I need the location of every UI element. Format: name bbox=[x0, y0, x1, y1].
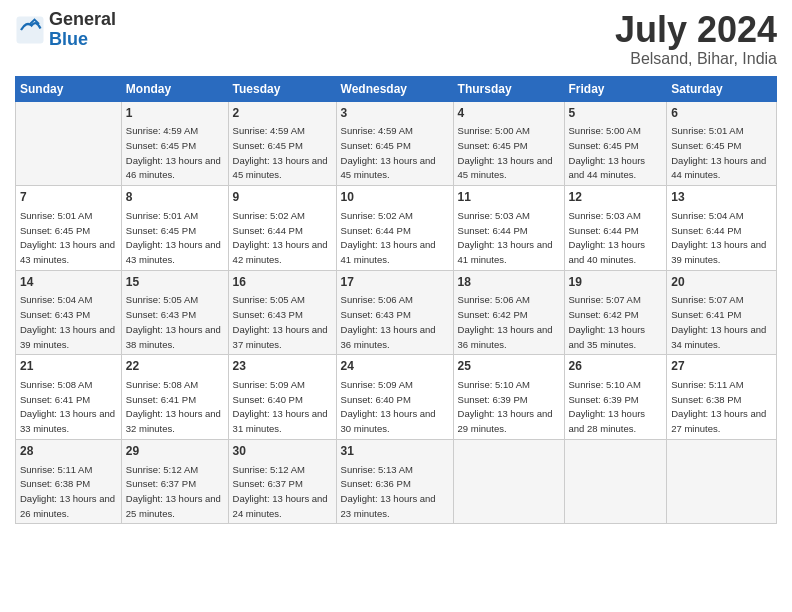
day-number: 9 bbox=[233, 189, 332, 206]
logo-blue: Blue bbox=[49, 30, 116, 50]
cell-w2-d2: 9 Sunrise: 5:02 AM Sunset: 6:44 PM Dayli… bbox=[228, 186, 336, 271]
day-number: 29 bbox=[126, 443, 224, 460]
sunrise: Sunrise: 5:02 AM bbox=[341, 210, 413, 221]
daylight: Daylight: 13 hours and 43 minutes. bbox=[20, 239, 115, 265]
col-thursday: Thursday bbox=[453, 76, 564, 101]
cell-w1-d4: 4 Sunrise: 5:00 AM Sunset: 6:45 PM Dayli… bbox=[453, 101, 564, 186]
cell-w4-d6: 27 Sunrise: 5:11 AM Sunset: 6:38 PM Dayl… bbox=[667, 355, 777, 440]
sunrise: Sunrise: 5:01 AM bbox=[671, 125, 743, 136]
cell-w4-d2: 23 Sunrise: 5:09 AM Sunset: 6:40 PM Dayl… bbox=[228, 355, 336, 440]
daylight: Daylight: 13 hours and 36 minutes. bbox=[458, 324, 553, 350]
sunset: Sunset: 6:38 PM bbox=[20, 478, 90, 489]
sunset: Sunset: 6:39 PM bbox=[458, 394, 528, 405]
cell-w1-d2: 2 Sunrise: 4:59 AM Sunset: 6:45 PM Dayli… bbox=[228, 101, 336, 186]
col-tuesday: Tuesday bbox=[228, 76, 336, 101]
day-number: 4 bbox=[458, 105, 560, 122]
daylight: Daylight: 13 hours and 30 minutes. bbox=[341, 408, 436, 434]
sunrise: Sunrise: 5:10 AM bbox=[569, 379, 641, 390]
week-row-4: 21 Sunrise: 5:08 AM Sunset: 6:41 PM Dayl… bbox=[16, 355, 777, 440]
day-number: 15 bbox=[126, 274, 224, 291]
sunrise: Sunrise: 5:08 AM bbox=[20, 379, 92, 390]
logo-icon bbox=[15, 15, 45, 45]
day-number: 24 bbox=[341, 358, 449, 375]
week-row-2: 7 Sunrise: 5:01 AM Sunset: 6:45 PM Dayli… bbox=[16, 186, 777, 271]
sunset: Sunset: 6:44 PM bbox=[341, 225, 411, 236]
day-number: 7 bbox=[20, 189, 117, 206]
sunset: Sunset: 6:37 PM bbox=[233, 478, 303, 489]
daylight: Daylight: 13 hours and 39 minutes. bbox=[671, 239, 766, 265]
daylight: Daylight: 13 hours and 41 minutes. bbox=[458, 239, 553, 265]
sunrise: Sunrise: 5:08 AM bbox=[126, 379, 198, 390]
cell-w3-d1: 15 Sunrise: 5:05 AM Sunset: 6:43 PM Dayl… bbox=[121, 270, 228, 355]
cell-w3-d0: 14 Sunrise: 5:04 AM Sunset: 6:43 PM Dayl… bbox=[16, 270, 122, 355]
sunset: Sunset: 6:42 PM bbox=[458, 309, 528, 320]
sunrise: Sunrise: 5:06 AM bbox=[458, 294, 530, 305]
sunrise: Sunrise: 5:04 AM bbox=[20, 294, 92, 305]
sunset: Sunset: 6:45 PM bbox=[126, 140, 196, 151]
calendar-table: Sunday Monday Tuesday Wednesday Thursday… bbox=[15, 76, 777, 525]
day-number: 30 bbox=[233, 443, 332, 460]
sunset: Sunset: 6:39 PM bbox=[569, 394, 639, 405]
sunrise: Sunrise: 5:03 AM bbox=[569, 210, 641, 221]
cell-w2-d5: 12 Sunrise: 5:03 AM Sunset: 6:44 PM Dayl… bbox=[564, 186, 667, 271]
daylight: Daylight: 13 hours and 45 minutes. bbox=[458, 155, 553, 181]
sunrise: Sunrise: 5:00 AM bbox=[458, 125, 530, 136]
day-number: 27 bbox=[671, 358, 772, 375]
cell-w4-d0: 21 Sunrise: 5:08 AM Sunset: 6:41 PM Dayl… bbox=[16, 355, 122, 440]
daylight: Daylight: 13 hours and 43 minutes. bbox=[126, 239, 221, 265]
cell-w5-d1: 29 Sunrise: 5:12 AM Sunset: 6:37 PM Dayl… bbox=[121, 439, 228, 524]
cell-w5-d3: 31 Sunrise: 5:13 AM Sunset: 6:36 PM Dayl… bbox=[336, 439, 453, 524]
sunset: Sunset: 6:45 PM bbox=[126, 225, 196, 236]
sunrise: Sunrise: 5:00 AM bbox=[569, 125, 641, 136]
cell-w1-d6: 6 Sunrise: 5:01 AM Sunset: 6:45 PM Dayli… bbox=[667, 101, 777, 186]
day-number: 16 bbox=[233, 274, 332, 291]
day-number: 25 bbox=[458, 358, 560, 375]
cell-w2-d0: 7 Sunrise: 5:01 AM Sunset: 6:45 PM Dayli… bbox=[16, 186, 122, 271]
daylight: Daylight: 13 hours and 29 minutes. bbox=[458, 408, 553, 434]
week-row-1: 1 Sunrise: 4:59 AM Sunset: 6:45 PM Dayli… bbox=[16, 101, 777, 186]
cell-w2-d3: 10 Sunrise: 5:02 AM Sunset: 6:44 PM Dayl… bbox=[336, 186, 453, 271]
sunset: Sunset: 6:44 PM bbox=[233, 225, 303, 236]
sunrise: Sunrise: 5:01 AM bbox=[20, 210, 92, 221]
sunrise: Sunrise: 5:09 AM bbox=[233, 379, 305, 390]
cell-w3-d3: 17 Sunrise: 5:06 AM Sunset: 6:43 PM Dayl… bbox=[336, 270, 453, 355]
daylight: Daylight: 13 hours and 32 minutes. bbox=[126, 408, 221, 434]
sunrise: Sunrise: 4:59 AM bbox=[233, 125, 305, 136]
sunset: Sunset: 6:43 PM bbox=[126, 309, 196, 320]
logo-general: General bbox=[49, 10, 116, 30]
sunrise: Sunrise: 5:13 AM bbox=[341, 464, 413, 475]
sunrise: Sunrise: 5:11 AM bbox=[20, 464, 92, 475]
sunrise: Sunrise: 5:12 AM bbox=[126, 464, 198, 475]
week-row-5: 28 Sunrise: 5:11 AM Sunset: 6:38 PM Dayl… bbox=[16, 439, 777, 524]
cell-w1-d1: 1 Sunrise: 4:59 AM Sunset: 6:45 PM Dayli… bbox=[121, 101, 228, 186]
daylight: Daylight: 13 hours and 27 minutes. bbox=[671, 408, 766, 434]
sunset: Sunset: 6:45 PM bbox=[233, 140, 303, 151]
daylight: Daylight: 13 hours and 34 minutes. bbox=[671, 324, 766, 350]
main-title: July 2024 bbox=[615, 10, 777, 50]
sunrise: Sunrise: 4:59 AM bbox=[341, 125, 413, 136]
day-number: 5 bbox=[569, 105, 663, 122]
day-number: 11 bbox=[458, 189, 560, 206]
sunset: Sunset: 6:40 PM bbox=[341, 394, 411, 405]
daylight: Daylight: 13 hours and 42 minutes. bbox=[233, 239, 328, 265]
sunrise: Sunrise: 5:03 AM bbox=[458, 210, 530, 221]
day-number: 26 bbox=[569, 358, 663, 375]
cell-w4-d5: 26 Sunrise: 5:10 AM Sunset: 6:39 PM Dayl… bbox=[564, 355, 667, 440]
day-number: 6 bbox=[671, 105, 772, 122]
sunrise: Sunrise: 4:59 AM bbox=[126, 125, 198, 136]
col-friday: Friday bbox=[564, 76, 667, 101]
sunset: Sunset: 6:36 PM bbox=[341, 478, 411, 489]
logo: General Blue bbox=[15, 10, 116, 50]
sunrise: Sunrise: 5:10 AM bbox=[458, 379, 530, 390]
sunrise: Sunrise: 5:02 AM bbox=[233, 210, 305, 221]
sunset: Sunset: 6:45 PM bbox=[341, 140, 411, 151]
day-number: 13 bbox=[671, 189, 772, 206]
sunrise: Sunrise: 5:06 AM bbox=[341, 294, 413, 305]
col-saturday: Saturday bbox=[667, 76, 777, 101]
cell-w5-d4 bbox=[453, 439, 564, 524]
cell-w5-d2: 30 Sunrise: 5:12 AM Sunset: 6:37 PM Dayl… bbox=[228, 439, 336, 524]
day-number: 1 bbox=[126, 105, 224, 122]
sunset: Sunset: 6:45 PM bbox=[20, 225, 90, 236]
daylight: Daylight: 13 hours and 38 minutes. bbox=[126, 324, 221, 350]
day-number: 10 bbox=[341, 189, 449, 206]
